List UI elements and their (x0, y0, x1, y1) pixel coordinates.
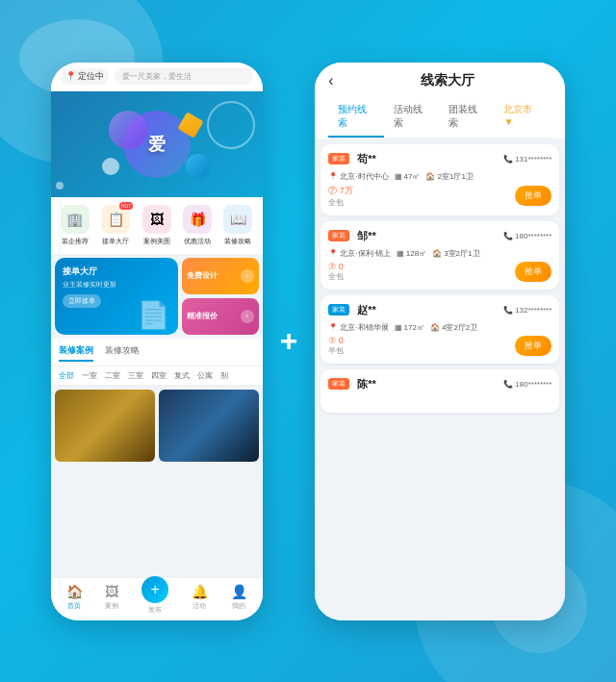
icon-item-recommend[interactable]: 🏢 装企推荐 (57, 205, 93, 246)
grab-button-1[interactable]: 抢单 (515, 186, 552, 206)
lead-1-location: 📍 北京·时代中心 (328, 171, 388, 182)
filter-duplex[interactable]: 复式 (174, 370, 190, 381)
nav-activity[interactable]: 🔔 活动 (192, 584, 208, 615)
icon-item-offers[interactable]: 🎁 优惠活动 (179, 205, 216, 246)
grab-button-3[interactable]: 抢单 (515, 336, 552, 356)
back-button[interactable]: ‹ (328, 72, 333, 89)
grab-button-2[interactable]: 抢单 (515, 262, 552, 282)
lead-card-2: 家装 邹** 📞 180******** 📍 北京·保利·锦上 ▦ (321, 221, 559, 290)
card-free-design[interactable]: 免费设计 › (182, 258, 259, 294)
leads-list: 家装 苟** 📞 131******** 📍 北京·时代中心 ▦ (315, 139, 565, 620)
filter-2room[interactable]: 二室 (105, 370, 120, 381)
location-icon-1: 📍 (328, 172, 338, 181)
tab-cases[interactable]: 装修案例 (59, 344, 93, 362)
lead-3-package: 半包 (328, 345, 344, 356)
lead-3-area-text: 172㎡ (404, 322, 424, 333)
mine-icon: 👤 (231, 584, 247, 599)
cards-right-col: 免费设计 › 精准报价 › (182, 258, 259, 335)
search-input[interactable]: 爱一尺美家，爱生活 (115, 68, 253, 85)
nav-publish[interactable]: + 发布 (141, 584, 168, 615)
orders-label: 接单大厅 (102, 237, 129, 246)
right-header: ‹ 线索大厅 预约线索 活动线索 团装线索 北京市 ▼ (315, 63, 565, 139)
location-button[interactable]: 📍 定位中 (61, 68, 109, 85)
filter-villa[interactable]: 别 (220, 370, 228, 381)
filter-apartment[interactable]: 公寓 (197, 370, 213, 381)
card-main-illustration: 📄 (137, 299, 170, 331)
orders-badge: HOT (119, 202, 134, 210)
orders-icon: 📋 (108, 212, 124, 227)
lead-3-tag: 家装 (328, 304, 349, 316)
right-header-top: ‹ 线索大厅 (328, 72, 552, 89)
card-free-title: 免费设计 (187, 271, 218, 281)
lead-3-phone-number: 132******** (515, 306, 552, 315)
phone-icon-2: 📞 (503, 232, 513, 240)
tab-activity-leads[interactable]: 活动线索 (384, 97, 439, 138)
lead-1-location-text: 北京·时代中心 (340, 171, 388, 182)
tab-appointment-leads[interactable]: 预约线索 (328, 97, 383, 138)
offers-icon: 🎁 (190, 212, 206, 227)
location-icon-2: 📍 (328, 249, 338, 258)
lead-3-rooms: 🏠 4室2厅2卫 (430, 322, 477, 333)
tab-guide[interactable]: 装修攻略 (105, 344, 140, 362)
search-bar: 📍 定位中 爱一尺美家，爱生活 (51, 63, 263, 91)
lead-2-rooms-text: 3室2厅1卫 (444, 248, 479, 259)
lead-4-name: 陈** (357, 377, 376, 392)
filter-3room[interactable]: 三室 (128, 370, 143, 381)
case-image-1[interactable] (55, 390, 155, 462)
lead-3-phone: 📞 132******** (503, 306, 552, 315)
area-icon-2: ▦ (397, 249, 404, 258)
lead-3-location: 📍 北京·和锦华展 (328, 322, 388, 333)
lead-card-2-header: 家装 邹** 📞 180******** (328, 229, 552, 243)
card-main-button[interactable]: 立即接单 (63, 294, 101, 308)
lead-2-area-text: 128㎡ (406, 248, 426, 259)
card-price-arrow: › (241, 310, 254, 323)
lead-3-area: ▦ 172㎡ (395, 322, 424, 333)
lead-2-area: ▦ 128㎡ (397, 248, 426, 259)
banner-sphere-1 (109, 111, 147, 149)
lead-card-3: 家装 赵** 📞 132******** 📍 北京·和锦华展 ▦ (321, 295, 559, 364)
card-free-arrow: › (241, 269, 254, 283)
filter-4room[interactable]: 四室 (151, 370, 167, 381)
publish-button[interactable]: + (141, 576, 168, 603)
icon-item-guide[interactable]: 📖 装修攻略 (219, 205, 256, 246)
icon-item-orders[interactable]: 📋 HOT 接单大厅 (97, 205, 134, 246)
nav-mine[interactable]: 👤 我的 (231, 584, 247, 615)
lead-1-phone: 📞 131******** (503, 155, 552, 164)
nav-cases[interactable]: 🖼 案例 (105, 584, 118, 615)
right-phone: ‹ 线索大厅 预约线索 活动线索 团装线索 北京市 ▼ 家装 苟** (315, 63, 565, 620)
icon-item-cases[interactable]: 🖼 案例美图 (139, 205, 175, 246)
lead-3-price: ⑦ 0 (328, 336, 344, 345)
filter-tabs: 全部 一室 二室 三室 四室 复式 公寓 别 (51, 366, 263, 386)
lead-2-package: 全包 (328, 271, 344, 282)
lead-3-name: 赵** (357, 303, 376, 317)
case-image-2[interactable] (159, 390, 259, 462)
lead-4-phone-number: 180******** (515, 380, 552, 389)
card-main-subtitle: 业主装修实时更新 (63, 280, 170, 290)
lead-3-location-text: 北京·和锦华展 (340, 322, 388, 333)
card-main[interactable]: 接单大厅 业主装修实时更新 立即接单 📄 (55, 258, 178, 335)
phone-icon-3: 📞 (503, 306, 513, 315)
lead-3-info: 📍 北京·和锦华展 ▦ 172㎡ 🏠 4室2厅2卫 (328, 322, 552, 333)
lead-1-name: 苟** (357, 152, 376, 166)
lead-4-tag: 家装 (328, 378, 349, 390)
lead-4-phone: 📞 180******** (503, 380, 552, 389)
nav-home-label: 首页 (67, 601, 81, 611)
card-price[interactable]: 精准报价 › (182, 298, 259, 335)
filter-1room[interactable]: 一室 (82, 370, 97, 381)
banner-ball (102, 158, 119, 175)
tab-city-selector[interactable]: 北京市 ▼ (494, 97, 552, 138)
cases-nav-icon: 🖼 (105, 584, 118, 599)
phone-icon-1: 📞 (503, 155, 513, 164)
nav-home[interactable]: 🏠 首页 (66, 584, 83, 615)
area-icon-1: ▦ (395, 172, 402, 181)
home-icon: 🏠 (66, 584, 83, 599)
lead-1-tag: 家装 (328, 153, 349, 164)
lead-2-phone-number: 180******** (515, 232, 552, 240)
location-icon-3: 📍 (328, 323, 338, 332)
filter-all[interactable]: 全部 (59, 370, 74, 381)
lead-2-rooms: 🏠 3室2厅1卫 (432, 248, 479, 259)
lead-1-area-text: 47㎡ (404, 171, 421, 182)
tab-group-leads[interactable]: 团装线索 (439, 97, 494, 138)
left-phone: 📍 定位中 爱一尺美家，爱生活 爱 (51, 63, 263, 620)
nav-activity-label: 活动 (192, 601, 206, 611)
